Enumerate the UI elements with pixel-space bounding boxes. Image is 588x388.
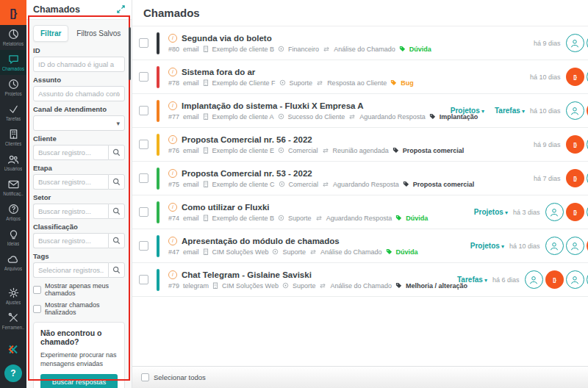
ticket-title[interactable]: Proposta Comercial nr. 53 - 2022 [182,169,312,178]
row-checkbox[interactable] [139,207,148,217]
ticket-row[interactable]: Segunda via do boleto #80emailExemplo de… [132,26,588,60]
cliente-search-button[interactable] [108,145,125,160]
row-checkbox[interactable] [139,241,148,251]
fluxki-logo[interactable]: [} [0,0,26,25]
avatars: [} [545,203,588,221]
row-checkbox[interactable] [139,38,148,48]
ticket-row[interactable]: Como utilizar o Fluxki #74emailExemplo d… [132,195,588,229]
info-icon [168,203,177,212]
tarefas-dropdown-link[interactable]: Tarefas [495,107,525,115]
tarefas-dropdown-link[interactable]: Tarefas [457,276,487,284]
etapa-input[interactable] [33,174,108,190]
sidebar-item-arquivos[interactable]: Arquivos [0,250,26,275]
field-setor-label: Setor [33,193,125,201]
ticket-title[interactable]: Chat Telegram - Gislaine Saviski [182,270,312,279]
stage-icon [319,283,326,289]
row-checkbox[interactable] [139,275,148,284]
row-links: Tarefas [457,276,487,284]
collapse-panel-icon[interactable] [117,3,125,16]
finalizados-checkbox[interactable] [33,305,41,313]
sidebar-item-artigos[interactable]: Artigos [0,200,26,225]
field-etapa-label: Etapa [33,164,125,172]
ticket-client: Exemplo de cliente C [212,181,275,188]
ticket-title[interactable]: Apresentação do módulo de chamados [182,237,340,245]
sidebar-item-ideias[interactable]: Ideias [0,225,26,250]
row-checkbox[interactable] [139,72,148,82]
page-title: Chamados [143,7,200,19]
sidebar-item-projetos[interactable]: Projetos [0,75,26,100]
tab-filtros-salvos[interactable]: Filtros Salvos [76,29,121,37]
panel-scrollbar[interactable] [129,27,131,80]
filter-panel-header: Chamados [26,0,132,20]
sidebar-item-chamados[interactable]: Chamados [0,50,26,75]
ticket-client: Exemplo de cliente B [212,215,275,222]
ticket-title[interactable]: Segunda via do boleto [182,34,272,43]
ticket-row[interactable]: Implantação do sistema - Fluxki X Empres… [132,94,588,128]
setor-input[interactable] [33,204,108,219]
sector-icon [278,113,284,120]
ticket-meta: #77emailExemplo de cliente ASucesso do C… [168,113,451,121]
company-avatar: [} [566,135,584,154]
sidebar-item-ajustes[interactable]: Ajustes [0,284,26,309]
setor-search-button[interactable] [108,204,125,219]
assunto-input[interactable] [33,86,125,101]
ticket-stage: Aguardando Resposta [359,113,426,121]
canal-select[interactable] [33,115,125,131]
row-checkbox[interactable] [139,140,148,149]
row-checkbox[interactable] [139,173,148,183]
ticket-title[interactable]: Sistema fora do ar [182,68,255,76]
sidebar-item-clientes[interactable]: Clientes [0,125,26,150]
client-icon [212,282,218,289]
gear-icon [8,287,19,298]
classificacao-input[interactable] [33,233,108,248]
sidebar-item-tarefas[interactable]: Tarefas [0,100,26,125]
ticket-row[interactable]: Proposta Comercial nr. 53 - 2022 #75emai… [132,162,588,195]
person-avatar [566,237,584,255]
avatars: [} [566,101,588,120]
tickets-main: Chamados + ▾ Segunda via do boleto #80e [132,0,588,388]
sidebar-item-notifica[interactable]: Notificaç.. [0,175,26,200]
sidebar-item-label: Relatórios [3,41,24,46]
field-classificacao: Classificação [33,223,125,248]
person-avatar [566,34,584,52]
meus-chamados-checkbox[interactable] [33,286,41,294]
ticket-title[interactable]: Como utilizar o Fluxki [182,203,269,212]
avatars: [} [545,237,588,255]
projetos-dropdown-link[interactable]: Projetos [474,208,508,216]
cliente-input[interactable] [33,145,108,160]
row-checkbox[interactable] [139,106,148,115]
tab-filtrar[interactable]: Filtrar [33,25,68,42]
sidebar-item-usu-rios[interactable]: Usuários [0,150,26,175]
ticket-title[interactable]: Proposta Comercial nr. 56 - 2022 [182,135,312,144]
projetos-dropdown-link[interactable]: Projetos [470,242,504,250]
etapa-search-button[interactable] [108,174,125,190]
status-bar [157,269,159,291]
sidebar-item-label: Clientes [5,141,22,146]
chat-icon [8,54,19,65]
checkbox-finalizados: Mostrar chamados finalizados [33,301,125,316]
ticket-meta: #80emailExemplo de cliente BFinanceiroAn… [168,46,431,53]
ticket-title[interactable]: Implantação do sistema - Fluxki X Empres… [182,101,364,110]
projetos-dropdown-link[interactable]: Projetos [451,107,484,115]
ticket-sector: Suporte [282,248,306,256]
sidebar-item-ferramen[interactable]: Ferramen.. [0,309,26,334]
ticket-row[interactable]: Proposta Comercial nr. 56 - 2022 #76emai… [132,128,588,162]
tags-search-button[interactable] [108,262,125,278]
client-icon [203,147,209,154]
sidebar-item-relat-rios[interactable]: Relatórios [0,25,26,50]
id-input[interactable] [33,57,125,72]
sidebar-item-label: Tarefas [6,116,21,121]
ticket-id: #74 [168,215,179,222]
classificacao-search-button[interactable] [108,233,125,248]
select-all-checkbox[interactable] [141,373,149,381]
help-button[interactable]: ? [4,364,22,382]
ticket-row[interactable]: Apresentação do módulo de chamados #47em… [132,229,588,263]
ticket-row[interactable]: Sistema fora do ar #78emailExemplo de Cl… [132,60,588,94]
buscar-respostas-button[interactable]: Buscar respostas [40,374,118,388]
pie-chart-icon [8,29,19,40]
tags-input[interactable] [33,262,108,278]
ticket-id: #80 [168,46,179,53]
status-bar [157,100,159,122]
field-assunto-label: Assunto [33,76,125,84]
ticket-row[interactable]: Chat Telegram - Gislaine Saviski #79tele… [132,263,588,297]
